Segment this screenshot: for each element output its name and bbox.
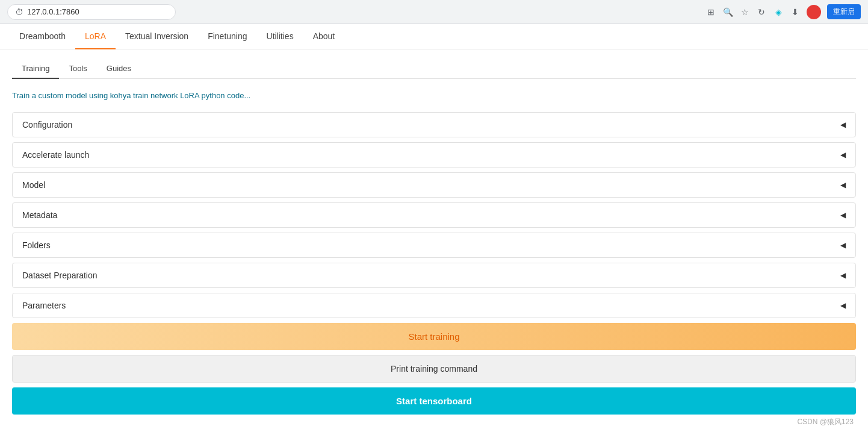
accordion-parameters-header[interactable]: Parameters ◀ <box>13 293 855 318</box>
url-bar[interactable]: ⏱ 127.0.0.1:7860 <box>7 4 176 20</box>
accordion-model: Model ◀ <box>12 172 856 198</box>
content-wrapper: Training Tools Guides Train a custom mod… <box>0 49 868 424</box>
accordion-model-arrow: ◀ <box>840 181 846 189</box>
accordion-configuration-arrow: ◀ <box>840 121 846 129</box>
accordion-parameters-arrow: ◀ <box>840 301 846 310</box>
description-text: Train a custom model using kohya train n… <box>12 89 856 102</box>
clock-icon: ⏱ <box>15 7 23 17</box>
sub-tabs: Training Tools Guides <box>12 59 856 79</box>
browser-icons: ⊞ 🔍 ☆ ↻ ◈ ⬇ 重新启 <box>705 4 861 19</box>
tab-dreambooth[interactable]: Dreambooth <box>10 24 75 49</box>
start-tensorboard-button[interactable]: Start tensorboard <box>12 387 856 415</box>
start-training-button[interactable]: Start training <box>12 323 856 350</box>
search-icon[interactable]: 🔍 <box>722 7 733 17</box>
accordion-folders-arrow: ◀ <box>840 241 846 249</box>
tab-finetuning[interactable]: Finetuning <box>198 24 256 49</box>
tab-textual-inversion[interactable]: Textual Inversion <box>116 24 198 49</box>
accordion-metadata: Metadata ◀ <box>12 202 856 228</box>
extension-icon[interactable]: ◈ <box>773 7 784 17</box>
browser-bar-left: ⏱ 127.0.0.1:7860 <box>7 4 701 20</box>
accordion-dataset-preparation: Dataset Preparation ◀ <box>12 263 856 288</box>
accordion-folders-label: Folders <box>22 240 51 250</box>
nav-tabs: Dreambooth LoRA Textual Inversion Finetu… <box>0 24 868 49</box>
download-icon[interactable]: ⬇ <box>790 7 801 17</box>
menu-button[interactable]: 重新启 <box>827 4 861 19</box>
accordion-configuration-label: Configuration <box>22 120 72 130</box>
accordion-model-label: Model <box>22 180 45 190</box>
accordion-metadata-arrow: ◀ <box>840 211 846 219</box>
accordion-dataset-preparation-label: Dataset Preparation <box>22 271 98 280</box>
url-text: 127.0.0.1:7860 <box>27 7 79 16</box>
accordion-model-header[interactable]: Model ◀ <box>13 173 855 197</box>
tab-lora[interactable]: LoRA <box>75 24 116 49</box>
footer-watermark: CSDN @狼风123 <box>787 415 863 430</box>
profile-icon[interactable] <box>807 5 821 19</box>
sub-tab-tools[interactable]: Tools <box>59 59 96 79</box>
star-icon[interactable]: ☆ <box>739 7 750 17</box>
accordion-parameters: Parameters ◀ <box>12 293 856 318</box>
tab-about[interactable]: About <box>303 24 345 49</box>
accordion-dataset-preparation-arrow: ◀ <box>840 271 846 280</box>
accordion-accelerate-launch: Accelerate launch ◀ <box>12 142 856 167</box>
print-training-command-button[interactable]: Print training command <box>12 355 856 383</box>
accordion-configuration: Configuration ◀ <box>12 112 856 137</box>
main-content: Dreambooth LoRA Textual Inversion Finetu… <box>0 24 868 432</box>
browser-bar: ⏱ 127.0.0.1:7860 ⊞ 🔍 ☆ ↻ ◈ ⬇ 重新启 <box>0 0 868 24</box>
accordion-folders: Folders ◀ <box>12 233 856 258</box>
accordion-configuration-header[interactable]: Configuration ◀ <box>13 113 855 137</box>
sub-tab-training[interactable]: Training <box>12 59 59 79</box>
accordion-accelerate-launch-label: Accelerate launch <box>22 150 89 160</box>
accordion-parameters-label: Parameters <box>22 301 66 310</box>
sub-tab-guides[interactable]: Guides <box>97 59 141 79</box>
screenshot-icon[interactable]: ⊞ <box>705 7 716 17</box>
accordion-metadata-label: Metadata <box>22 210 57 220</box>
accordion-metadata-header[interactable]: Metadata ◀ <box>13 203 855 227</box>
accordion-accelerate-launch-arrow: ◀ <box>840 151 846 159</box>
reload-icon[interactable]: ↻ <box>756 7 767 17</box>
tab-utilities[interactable]: Utilities <box>257 24 303 49</box>
accordion-accelerate-launch-header[interactable]: Accelerate launch ◀ <box>13 143 855 167</box>
accordion-dataset-preparation-header[interactable]: Dataset Preparation ◀ <box>13 263 855 287</box>
accordion-folders-header[interactable]: Folders ◀ <box>13 233 855 257</box>
